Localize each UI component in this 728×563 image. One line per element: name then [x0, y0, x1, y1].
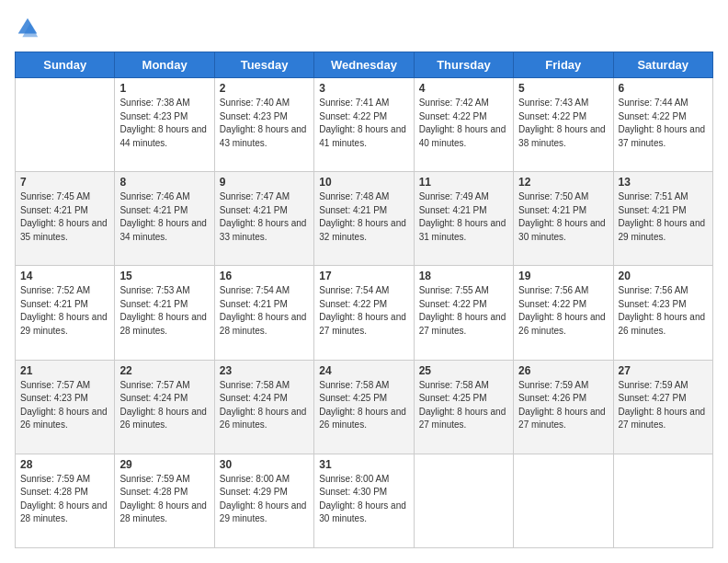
- day-number: 19: [518, 270, 608, 282]
- day-info: Sunrise: 7:43 AMSunset: 4:22 PMDaylight:…: [518, 97, 608, 150]
- header: [15, 15, 713, 40]
- day-info: Sunrise: 7:45 AMSunset: 4:21 PMDaylight:…: [20, 190, 109, 244]
- day-info: Sunrise: 7:48 AMSunset: 4:21 PMDaylight:…: [319, 190, 408, 244]
- calendar-table: SundayMondayTuesdayWednesdayThursdayFrid…: [15, 52, 713, 548]
- day-number: 20: [619, 270, 708, 282]
- col-header-friday: Friday: [514, 52, 613, 78]
- day-info: Sunrise: 7:54 AMSunset: 4:22 PMDaylight:…: [319, 284, 408, 338]
- day-info: Sunrise: 7:56 AMSunset: 4:23 PMDaylight:…: [619, 284, 708, 338]
- day-info: Sunrise: 7:55 AMSunset: 4:22 PMDaylight:…: [419, 284, 508, 338]
- day-info: Sunrise: 7:53 AMSunset: 4:21 PMDaylight:…: [119, 284, 209, 338]
- day-number: 30: [220, 458, 309, 471]
- col-header-sunday: Sunday: [16, 52, 115, 78]
- day-info: Sunrise: 7:38 AMSunset: 4:23 PMDaylight:…: [119, 97, 209, 150]
- day-info: Sunrise: 8:00 AMSunset: 4:30 PMDaylight:…: [319, 473, 408, 526]
- day-number: 12: [518, 176, 608, 189]
- calendar-cell: 31Sunrise: 8:00 AMSunset: 4:30 PMDayligh…: [314, 454, 414, 547]
- day-info: Sunrise: 7:49 AMSunset: 4:21 PMDaylight:…: [419, 190, 508, 244]
- day-number: 31: [319, 458, 408, 471]
- logo: [15, 15, 44, 40]
- day-info: Sunrise: 7:58 AMSunset: 4:25 PMDaylight:…: [419, 379, 508, 432]
- day-number: 28: [20, 458, 109, 471]
- calendar-cell: 27Sunrise: 7:59 AMSunset: 4:27 PMDayligh…: [613, 360, 712, 454]
- calendar-cell: 14Sunrise: 7:52 AMSunset: 4:21 PMDayligh…: [16, 266, 115, 360]
- day-number: 1: [119, 82, 209, 95]
- col-header-wednesday: Wednesday: [314, 52, 414, 78]
- calendar-week-row: 7Sunrise: 7:45 AMSunset: 4:21 PMDaylight…: [16, 172, 713, 266]
- day-number: 2: [220, 82, 309, 95]
- calendar-cell: [414, 454, 513, 547]
- day-number: 25: [419, 364, 508, 377]
- day-info: Sunrise: 7:41 AMSunset: 4:22 PMDaylight:…: [319, 97, 408, 150]
- day-number: 15: [119, 270, 209, 282]
- col-header-thursday: Thursday: [414, 52, 513, 78]
- day-number: 27: [619, 364, 708, 377]
- calendar-cell: 13Sunrise: 7:51 AMSunset: 4:21 PMDayligh…: [613, 172, 712, 266]
- day-number: 11: [419, 176, 508, 189]
- day-number: 3: [319, 82, 408, 95]
- day-number: 13: [619, 176, 708, 189]
- calendar-cell: 6Sunrise: 7:44 AMSunset: 4:22 PMDaylight…: [613, 78, 712, 172]
- page: SundayMondayTuesdayWednesdayThursdayFrid…: [0, 0, 728, 563]
- day-number: 16: [220, 270, 309, 282]
- calendar-cell: 18Sunrise: 7:55 AMSunset: 4:22 PMDayligh…: [414, 266, 513, 360]
- day-info: Sunrise: 7:52 AMSunset: 4:21 PMDaylight:…: [20, 284, 109, 338]
- calendar-cell: 2Sunrise: 7:40 AMSunset: 4:23 PMDaylight…: [214, 78, 313, 172]
- day-info: Sunrise: 7:44 AMSunset: 4:22 PMDaylight:…: [619, 97, 708, 150]
- day-number: 10: [319, 176, 408, 189]
- day-info: Sunrise: 7:42 AMSunset: 4:22 PMDaylight:…: [419, 97, 508, 150]
- col-header-monday: Monday: [115, 52, 214, 78]
- col-header-tuesday: Tuesday: [214, 52, 313, 78]
- day-info: Sunrise: 7:54 AMSunset: 4:21 PMDaylight:…: [220, 284, 309, 338]
- calendar-cell: 7Sunrise: 7:45 AMSunset: 4:21 PMDaylight…: [16, 172, 115, 266]
- day-info: Sunrise: 7:57 AMSunset: 4:24 PMDaylight:…: [119, 379, 209, 432]
- calendar-cell: [16, 78, 115, 172]
- calendar-cell: 11Sunrise: 7:49 AMSunset: 4:21 PMDayligh…: [414, 172, 513, 266]
- calendar-cell: 23Sunrise: 7:58 AMSunset: 4:24 PMDayligh…: [214, 360, 313, 454]
- day-info: Sunrise: 7:59 AMSunset: 4:28 PMDaylight:…: [119, 473, 209, 526]
- calendar-cell: 10Sunrise: 7:48 AMSunset: 4:21 PMDayligh…: [314, 172, 414, 266]
- calendar-cell: 19Sunrise: 7:56 AMSunset: 4:22 PMDayligh…: [514, 266, 613, 360]
- day-info: Sunrise: 7:59 AMSunset: 4:26 PMDaylight:…: [518, 379, 608, 432]
- day-info: Sunrise: 7:59 AMSunset: 4:28 PMDaylight:…: [20, 473, 109, 526]
- calendar-cell: 9Sunrise: 7:47 AMSunset: 4:21 PMDaylight…: [214, 172, 313, 266]
- day-number: 22: [119, 364, 209, 377]
- calendar-cell: 17Sunrise: 7:54 AMSunset: 4:22 PMDayligh…: [314, 266, 414, 360]
- day-number: 23: [220, 364, 309, 377]
- calendar-cell: 1Sunrise: 7:38 AMSunset: 4:23 PMDaylight…: [115, 78, 214, 172]
- day-info: Sunrise: 7:56 AMSunset: 4:22 PMDaylight:…: [518, 284, 608, 338]
- day-info: Sunrise: 7:47 AMSunset: 4:21 PMDaylight:…: [220, 190, 309, 244]
- day-info: Sunrise: 7:57 AMSunset: 4:23 PMDaylight:…: [20, 379, 109, 432]
- calendar-cell: 12Sunrise: 7:50 AMSunset: 4:21 PMDayligh…: [514, 172, 613, 266]
- calendar-cell: 21Sunrise: 7:57 AMSunset: 4:23 PMDayligh…: [16, 360, 115, 454]
- day-info: Sunrise: 7:58 AMSunset: 4:25 PMDaylight:…: [319, 379, 408, 432]
- day-info: Sunrise: 7:58 AMSunset: 4:24 PMDaylight:…: [220, 379, 309, 432]
- col-header-saturday: Saturday: [613, 52, 712, 78]
- calendar-week-row: 1Sunrise: 7:38 AMSunset: 4:23 PMDaylight…: [16, 78, 713, 172]
- calendar-cell: 20Sunrise: 7:56 AMSunset: 4:23 PMDayligh…: [613, 266, 712, 360]
- day-info: Sunrise: 7:59 AMSunset: 4:27 PMDaylight:…: [619, 379, 708, 432]
- day-number: 4: [419, 82, 508, 95]
- calendar-cell: [613, 454, 712, 547]
- calendar-week-row: 14Sunrise: 7:52 AMSunset: 4:21 PMDayligh…: [16, 266, 713, 360]
- day-number: 5: [518, 82, 608, 95]
- day-number: 21: [20, 364, 109, 377]
- day-number: 17: [319, 270, 408, 282]
- calendar-cell: 24Sunrise: 7:58 AMSunset: 4:25 PMDayligh…: [314, 360, 414, 454]
- calendar-cell: 5Sunrise: 7:43 AMSunset: 4:22 PMDaylight…: [514, 78, 613, 172]
- calendar-header-row: SundayMondayTuesdayWednesdayThursdayFrid…: [16, 52, 713, 78]
- calendar-cell: 15Sunrise: 7:53 AMSunset: 4:21 PMDayligh…: [115, 266, 214, 360]
- calendar-cell: 30Sunrise: 8:00 AMSunset: 4:29 PMDayligh…: [214, 454, 313, 547]
- calendar-cell: [514, 454, 613, 547]
- day-number: 26: [518, 364, 608, 377]
- calendar-cell: 22Sunrise: 7:57 AMSunset: 4:24 PMDayligh…: [115, 360, 214, 454]
- day-number: 29: [119, 458, 209, 471]
- day-number: 8: [119, 176, 209, 189]
- day-info: Sunrise: 8:00 AMSunset: 4:29 PMDaylight:…: [220, 473, 309, 526]
- day-info: Sunrise: 7:51 AMSunset: 4:21 PMDaylight:…: [619, 190, 708, 244]
- day-info: Sunrise: 7:40 AMSunset: 4:23 PMDaylight:…: [220, 97, 309, 150]
- calendar-cell: 8Sunrise: 7:46 AMSunset: 4:21 PMDaylight…: [115, 172, 214, 266]
- day-number: 24: [319, 364, 408, 377]
- day-number: 6: [619, 82, 708, 95]
- day-info: Sunrise: 7:46 AMSunset: 4:21 PMDaylight:…: [119, 190, 209, 244]
